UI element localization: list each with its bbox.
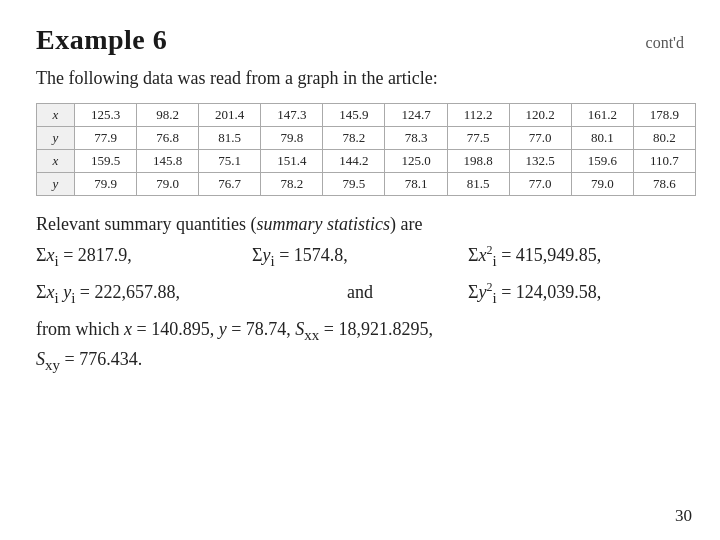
table-cell: 112.2 [447,104,509,127]
stats-col-xy: Σxi yi = 222,657.88, [36,282,252,307]
stats-col-y2: Σy2i = 124,039.58, [468,280,684,307]
table-cell: 178.9 [633,104,695,127]
table-cell: 78.1 [385,173,447,196]
table-row-label: y [37,127,75,150]
data-table-wrapper: x125.398.2201.4147.3145.9124.7112.2120.2… [36,103,696,196]
relevant-summary-text: Relevant summary quantities (summary sta… [36,214,684,235]
table-row-label: x [37,104,75,127]
page-number: 30 [675,506,692,526]
table-cell: 81.5 [447,173,509,196]
table-row-label: y [37,173,75,196]
sigma-y2: Σy2i = 124,039.58, [468,282,601,302]
table-cell: 159.5 [75,150,137,173]
table-cell: 77.0 [509,127,571,150]
table-cell: 145.9 [323,104,385,127]
table-cell: 125.3 [75,104,137,127]
stats-row-2: Σxi yi = 222,657.88, and Σy2i = 124,039.… [36,280,684,307]
final-text: from which x = 140.895, y = 78.74, Sxx =… [36,316,684,376]
table-cell: 120.2 [509,104,571,127]
subtitle-text: The following data was read from a graph… [36,68,684,89]
table-cell: 151.4 [261,150,323,173]
table-cell: 161.2 [571,104,633,127]
table-cell: 75.1 [199,150,261,173]
table-cell: 79.8 [261,127,323,150]
table-cell: 201.4 [199,104,261,127]
table-row-label: x [37,150,75,173]
table-cell: 79.0 [137,173,199,196]
final-line2: Sxy = 776.434. [36,349,142,369]
table-cell: 78.2 [261,173,323,196]
table-cell: 78.6 [633,173,695,196]
sigma-x2: Σx2i = 415,949.85, [468,245,601,265]
table-cell: 144.2 [323,150,385,173]
stats-col-3: Σx2i = 415,949.85, [468,243,684,270]
table-cell: 98.2 [137,104,199,127]
table-cell: 77.5 [447,127,509,150]
table-cell: 198.8 [447,150,509,173]
table-cell: 76.8 [137,127,199,150]
data-table: x125.398.2201.4147.3145.9124.7112.2120.2… [36,103,696,196]
table-cell: 159.6 [571,150,633,173]
table-cell: 132.5 [509,150,571,173]
stats-col-2: Σyi = 1574.8, [252,245,468,270]
table-cell: 79.9 [75,173,137,196]
stats-col-1: Σxi = 2817.9, [36,245,252,270]
final-line1: from which x = 140.895, y = 78.74, Sxx =… [36,319,433,339]
table-cell: 124.7 [385,104,447,127]
table-cell: 81.5 [199,127,261,150]
slide-title: Example 6 [36,24,167,56]
table-cell: 76.7 [199,173,261,196]
table-cell: 80.2 [633,127,695,150]
table-cell: 110.7 [633,150,695,173]
table-cell: 147.3 [261,104,323,127]
table-cell: 80.1 [571,127,633,150]
contd-label: cont'd [646,34,684,52]
sigma-y: Σyi = 1574.8, [252,245,348,265]
table-cell: 77.0 [509,173,571,196]
table-cell: 77.9 [75,127,137,150]
table-cell: 145.8 [137,150,199,173]
table-cell: 125.0 [385,150,447,173]
table-cell: 78.2 [323,127,385,150]
sigma-xy: Σxi yi = 222,657.88, [36,282,180,302]
table-cell: 79.5 [323,173,385,196]
table-cell: 79.0 [571,173,633,196]
sigma-x: Σxi = 2817.9, [36,245,132,265]
and-label: and [252,282,468,303]
stats-row-1: Σxi = 2817.9, Σyi = 1574.8, Σx2i = 415,9… [36,243,684,270]
table-cell: 78.3 [385,127,447,150]
